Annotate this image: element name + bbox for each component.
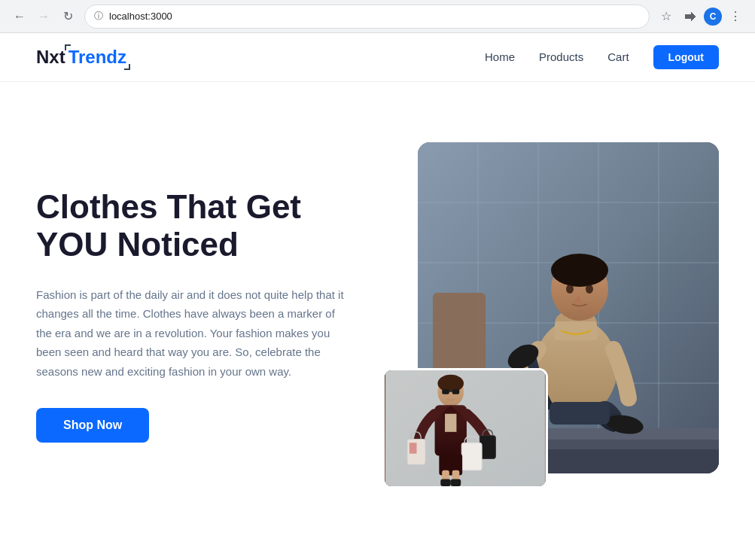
- menu-button[interactable]: ⋮: [725, 6, 746, 27]
- logo-container: Nxt Trendz: [36, 47, 126, 68]
- url-text: localhost:3000: [109, 11, 172, 22]
- browser-chrome: ← → ↻ ⓘ localhost:3000 ☆ 🠲 C ⋮: [0, 0, 755, 33]
- profile-avatar[interactable]: C: [704, 8, 722, 26]
- logo-nxt: Nxt: [36, 47, 65, 68]
- svg-rect-36: [461, 443, 482, 470]
- hero-text: Clothes That Get YOU Noticed Fashion is …: [36, 188, 352, 443]
- bookmark-button[interactable]: ☆: [656, 6, 677, 27]
- svg-rect-41: [451, 479, 461, 486]
- logo-trendz: Trendz: [68, 47, 126, 67]
- extensions-button[interactable]: 🠲: [680, 6, 701, 27]
- logout-button[interactable]: Logout: [653, 45, 719, 69]
- forward-button[interactable]: →: [33, 6, 54, 27]
- browser-actions: ☆ 🠲 C ⋮: [656, 6, 746, 27]
- svg-rect-34: [409, 443, 417, 453]
- hero-title: Clothes That Get YOU Noticed: [36, 188, 352, 264]
- nav-cart[interactable]: Cart: [607, 50, 629, 63]
- browser-nav-buttons: ← → ↻: [9, 6, 78, 27]
- hero-secondary-image: [382, 368, 548, 488]
- address-bar[interactable]: ⓘ localhost:3000: [84, 5, 650, 29]
- hero-description: Fashion is part of the daily air and it …: [36, 285, 352, 382]
- svg-rect-23: [550, 402, 610, 425]
- secondary-image-svg: [385, 370, 546, 486]
- hero-images: [382, 142, 719, 488]
- svg-rect-28: [442, 389, 449, 394]
- logo-bracket-bottom-right: [124, 64, 130, 70]
- nav-home[interactable]: Home: [485, 50, 515, 63]
- navbar: Nxt Trendz Home Products Cart Logout: [0, 33, 755, 82]
- nav-products[interactable]: Products: [539, 50, 583, 63]
- hero-secondary-image-inner: [385, 370, 546, 486]
- logo-trendz-wrapper: Trendz: [68, 47, 126, 68]
- svg-point-20: [586, 285, 593, 294]
- svg-rect-29: [452, 389, 460, 394]
- svg-rect-32: [445, 414, 456, 432]
- app-content: Nxt Trendz Home Products Cart Logout Clo…: [0, 33, 755, 534]
- reload-button[interactable]: ↻: [57, 6, 78, 27]
- hero-section: Clothes That Get YOU Noticed Fashion is …: [0, 82, 755, 534]
- shop-now-button[interactable]: Shop Now: [36, 408, 149, 443]
- svg-point-27: [437, 375, 464, 392]
- logo-bracket-top-left: [65, 44, 71, 50]
- secure-icon: ⓘ: [94, 10, 103, 23]
- svg-point-19: [566, 285, 574, 294]
- nav-links: Home Products Cart Logout: [485, 45, 719, 69]
- svg-rect-40: [440, 479, 450, 486]
- svg-point-18: [551, 254, 608, 287]
- back-button[interactable]: ←: [9, 6, 30, 27]
